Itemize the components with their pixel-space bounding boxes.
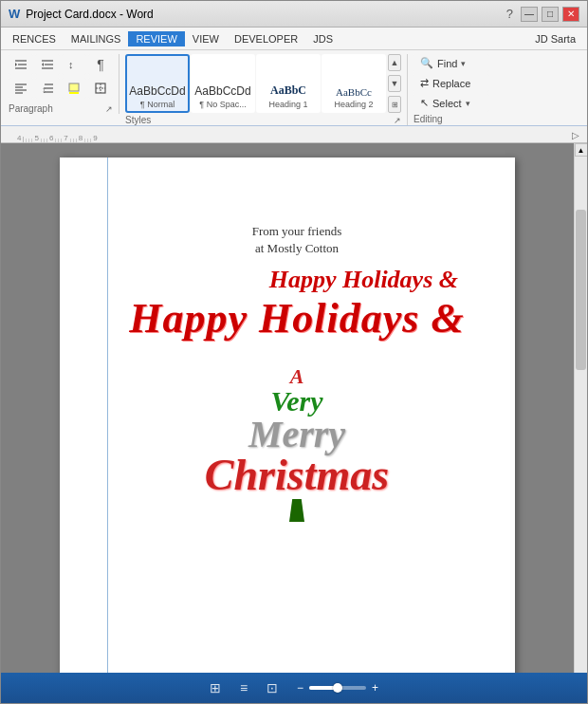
style-heading2-preview: AaBbCc xyxy=(336,86,372,98)
ruler-tick xyxy=(31,139,32,142)
ruler-tick xyxy=(58,139,59,142)
scroll-track[interactable] xyxy=(575,157,587,690)
tree-trunk xyxy=(289,499,304,522)
menu-item-mailings[interactable]: MAILINGS xyxy=(64,31,129,46)
sort-button[interactable]: ↕ xyxy=(62,54,86,75)
ruler-mark-6: 6 xyxy=(49,134,53,142)
tree-line-a: A xyxy=(290,366,304,387)
style-normal[interactable]: AaBbCcDd ¶ Normal xyxy=(125,54,190,113)
from-line-1: From your friends xyxy=(252,224,342,239)
document-scroll-area[interactable]: From your friends at Mostly Cotton Happy… xyxy=(1,143,574,703)
ruler-mark-5: 5 xyxy=(34,134,38,142)
svg-rect-17 xyxy=(69,83,79,91)
status-bar: ⊞ ≡ ⊡ − + xyxy=(1,673,587,703)
select-button[interactable]: ↖ Select ▾ xyxy=(413,94,489,112)
border-button[interactable] xyxy=(88,78,113,99)
user-name: JD Sarta xyxy=(527,33,583,45)
ruler-marks: 4 5 6 7 xyxy=(17,126,100,142)
help-button[interactable]: ? xyxy=(503,7,517,22)
select-label: Select xyxy=(432,98,462,109)
styles-expand-icon[interactable]: ↗ xyxy=(394,116,401,125)
menu-item-view[interactable]: VIEW xyxy=(185,31,227,46)
title-bar-text: Project Card.docx - Word xyxy=(26,8,154,21)
styles-list: AaBbCcDd ¶ Normal AaBbCcDd ¶ No Spac... … xyxy=(125,54,386,113)
select-icon: ↖ xyxy=(420,97,429,109)
styles-more[interactable]: ⊞ xyxy=(388,96,401,113)
ruler-tick xyxy=(46,139,47,142)
ruler-tick xyxy=(87,139,88,142)
ruler-tick xyxy=(28,139,29,142)
replace-label: Replace xyxy=(432,78,470,89)
svg-rect-18 xyxy=(69,92,79,94)
ruler-mark-8: 8 xyxy=(79,134,83,142)
ruler-tick xyxy=(70,139,71,142)
style-heading1[interactable]: AaBbC Heading 1 xyxy=(256,54,321,113)
ruler-tick xyxy=(84,139,85,142)
ruler-mark-7: 7 xyxy=(64,134,67,142)
styles-scroll-up[interactable]: ▲ xyxy=(388,54,401,71)
pilcrow-button[interactable]: ¶ xyxy=(88,54,113,75)
status-icon-3: ⊡ xyxy=(266,680,278,695)
tree-very-text: Very xyxy=(271,387,323,416)
maximize-button[interactable]: □ xyxy=(542,7,559,22)
ruler-ticks xyxy=(23,137,32,142)
ruler-ticks-2 xyxy=(41,139,47,142)
style-nospace[interactable]: AaBbCcDd ¶ No Spac... xyxy=(191,54,255,113)
editing-label-row: Editing xyxy=(413,114,489,124)
word-icon: W xyxy=(9,7,20,21)
style-nospace-preview: AaBbCcDd xyxy=(194,84,250,98)
tree-christmas-text: Christmas xyxy=(205,454,389,497)
holiday-top-text: Happy Holidays & xyxy=(117,266,477,294)
svg-text:↕: ↕ xyxy=(42,84,46,95)
replace-button[interactable]: ⇄ Replace xyxy=(413,74,489,92)
zoom-plus[interactable]: + xyxy=(372,681,378,695)
style-normal-label: ¶ Normal xyxy=(140,100,175,109)
menu-item-jds[interactable]: JDS xyxy=(305,31,340,46)
menu-item-review[interactable]: REVIEW xyxy=(128,31,184,46)
style-heading1-preview: AaBbC xyxy=(270,83,306,98)
styles-scroll: ▲ ▼ ⊞ xyxy=(388,54,401,113)
menu-item-developer[interactable]: DEVELOPER xyxy=(227,31,305,46)
highlight-button[interactable] xyxy=(62,78,86,99)
title-bar: W Project Card.docx - Word ? — □ ✕ xyxy=(1,1,587,28)
styles-scroll-down[interactable]: ▼ xyxy=(388,75,401,92)
editing-section: 🔍 Find ▾ ⇄ Replace ↖ Select ▾ Ed xyxy=(413,54,489,124)
zoom-slider-thumb xyxy=(333,683,342,693)
line-spacing-button[interactable]: ↕ xyxy=(35,78,60,99)
menu-item-rences[interactable]: RENCES xyxy=(5,31,64,46)
ruler-mark-4: 4 xyxy=(17,134,21,142)
paragraph-expand-icon[interactable]: ↗ xyxy=(105,104,113,114)
document-page[interactable]: From your friends at Mostly Cotton Happy… xyxy=(60,157,515,689)
ruler-tick xyxy=(44,139,45,142)
ruler-tick xyxy=(41,139,42,142)
document-outer: From your friends at Mostly Cotton Happy… xyxy=(1,143,587,703)
editing-label: Editing xyxy=(413,114,443,124)
replace-icon: ⇄ xyxy=(420,77,429,89)
style-heading2-label: Heading 2 xyxy=(334,100,373,109)
ruler-tick xyxy=(90,139,91,142)
scrollbar-vertical[interactable]: ▲ ▼ xyxy=(574,143,587,703)
from-line-2: at Mostly Cotton xyxy=(255,241,339,256)
scroll-thumb xyxy=(576,210,586,370)
ruler-ticks-3 xyxy=(55,139,62,142)
align-left-button[interactable] xyxy=(9,78,33,99)
close-button[interactable]: ✕ xyxy=(562,7,579,22)
style-heading2[interactable]: AaBbCc Heading 2 xyxy=(322,54,386,113)
ribbon-area: ↕ ¶ ↕ xyxy=(1,50,587,126)
indent-right-button[interactable] xyxy=(35,54,60,75)
find-label: Find xyxy=(437,58,457,69)
tree-line-christmas: Christmas xyxy=(205,454,389,497)
ruler-ticks-5 xyxy=(84,139,91,142)
ruler-mark-9: 9 xyxy=(93,134,97,142)
find-button[interactable]: 🔍 Find ▾ xyxy=(413,54,489,72)
zoom-slider[interactable] xyxy=(309,686,366,690)
ruler-content: 4 5 6 7 xyxy=(3,126,585,142)
ruler-tick xyxy=(26,139,27,142)
minimize-button[interactable]: — xyxy=(521,7,538,22)
ruler-tick xyxy=(61,139,62,142)
zoom-minus[interactable]: − xyxy=(297,681,303,695)
ruler-ticks-4 xyxy=(70,139,77,142)
scroll-up-button[interactable]: ▲ xyxy=(575,143,588,157)
svg-marker-3 xyxy=(15,63,17,66)
indent-left-button[interactable] xyxy=(9,54,33,75)
